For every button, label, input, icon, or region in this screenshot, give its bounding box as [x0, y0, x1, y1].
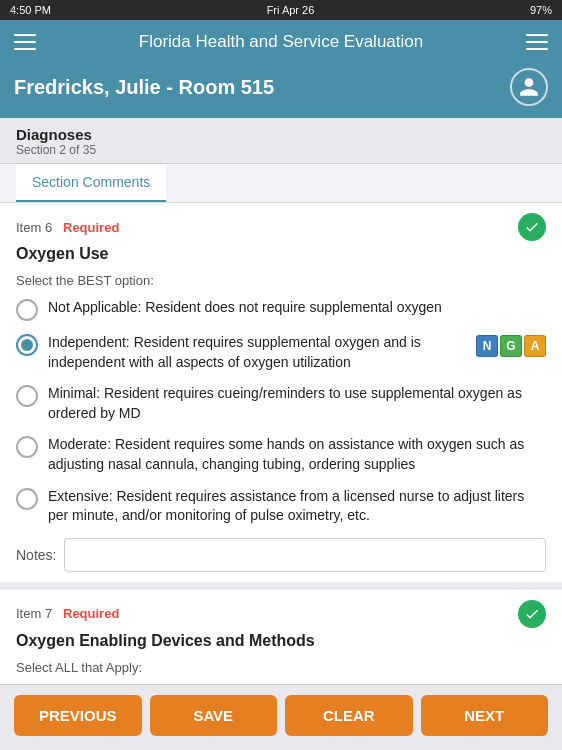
tab-bar: Section Comments	[0, 164, 562, 203]
save-button[interactable]: SAVE	[150, 695, 278, 736]
badge-a: A	[524, 335, 546, 357]
notes-row: Notes:	[16, 538, 546, 572]
user-icon	[518, 76, 540, 98]
previous-button[interactable]: PREVIOUS	[14, 695, 142, 736]
radio-text-1: Not Applicable: Resident does not requir…	[48, 298, 546, 318]
status-bar: 4:50 PM Fri Apr 26 97%	[0, 0, 562, 20]
item7-prompt: Select ALL that Apply:	[16, 660, 546, 675]
patient-name: Fredricks, Julie - Room 515	[14, 76, 274, 99]
item6-label: Item 6 Required	[16, 220, 119, 235]
right-menu-icon[interactable]	[526, 34, 548, 50]
radio-option-5[interactable]: Extensive: Resident requires assistance …	[16, 487, 546, 526]
section-subtitle: Section 2 of 35	[16, 143, 546, 157]
radio-text-4: Moderate: Resident requires some hands o…	[48, 435, 546, 474]
left-menu-icon[interactable]	[14, 34, 36, 50]
radio-circle-2[interactable]	[16, 334, 38, 356]
main-content: Item 6 Required Oxygen Use Select the BE…	[0, 203, 562, 750]
header-top: Florida Health and Service Evaluation	[14, 20, 548, 62]
status-date: Fri Apr 26	[267, 4, 315, 16]
item7-complete-icon	[518, 600, 546, 628]
item6-required: Required	[63, 220, 119, 235]
radio-text-5: Extensive: Resident requires assistance …	[48, 487, 546, 526]
item6-prompt: Select the BEST option:	[16, 273, 546, 288]
battery-level: 97%	[530, 4, 552, 16]
item6-header: Item 6 Required	[16, 213, 546, 241]
clear-button[interactable]: CLEAR	[285, 695, 413, 736]
radio-option-3[interactable]: Minimal: Resident requires cueing/remind…	[16, 384, 546, 423]
radio-circle-4[interactable]	[16, 436, 38, 458]
radio-circle-5[interactable]	[16, 488, 38, 510]
item6-complete-icon	[518, 213, 546, 241]
item6-name: Oxygen Use	[16, 245, 546, 263]
badge-g: G	[500, 335, 522, 357]
bottom-bar: PREVIOUS SAVE CLEAR NEXT	[0, 684, 562, 750]
notes-input[interactable]	[64, 538, 546, 572]
app-header: Florida Health and Service Evaluation Fr…	[0, 20, 562, 118]
notes-label: Notes:	[16, 547, 56, 563]
item7-header: Item 7 Required	[16, 600, 546, 628]
nga-badges-2: N G A	[476, 335, 546, 357]
radio-circle-1[interactable]	[16, 299, 38, 321]
status-time: 4:50 PM	[10, 4, 51, 16]
app-title: Florida Health and Service Evaluation	[36, 32, 526, 52]
next-button[interactable]: NEXT	[421, 695, 549, 736]
item7-required: Required	[63, 606, 119, 621]
section-divider	[0, 582, 562, 590]
section-title: Diagnoses	[16, 126, 546, 143]
radio-option-1[interactable]: Not Applicable: Resident does not requir…	[16, 298, 546, 321]
radio-text-2: Independent: Resident requires supplemen…	[48, 333, 466, 372]
radio-option-4[interactable]: Moderate: Resident requires some hands o…	[16, 435, 546, 474]
item7-label: Item 7 Required	[16, 606, 119, 621]
radio-circle-3[interactable]	[16, 385, 38, 407]
item7-name: Oxygen Enabling Devices and Methods	[16, 632, 546, 650]
status-right: 97%	[530, 4, 552, 16]
section-info: Diagnoses Section 2 of 35	[0, 118, 562, 164]
radio-option-2[interactable]: Independent: Resident requires supplemen…	[16, 333, 546, 372]
badge-n: N	[476, 335, 498, 357]
header-sub: Fredricks, Julie - Room 515	[14, 62, 548, 118]
avatar-icon[interactable]	[510, 68, 548, 106]
tab-section-comments[interactable]: Section Comments	[16, 164, 166, 202]
radio-text-3: Minimal: Resident requires cueing/remind…	[48, 384, 546, 423]
